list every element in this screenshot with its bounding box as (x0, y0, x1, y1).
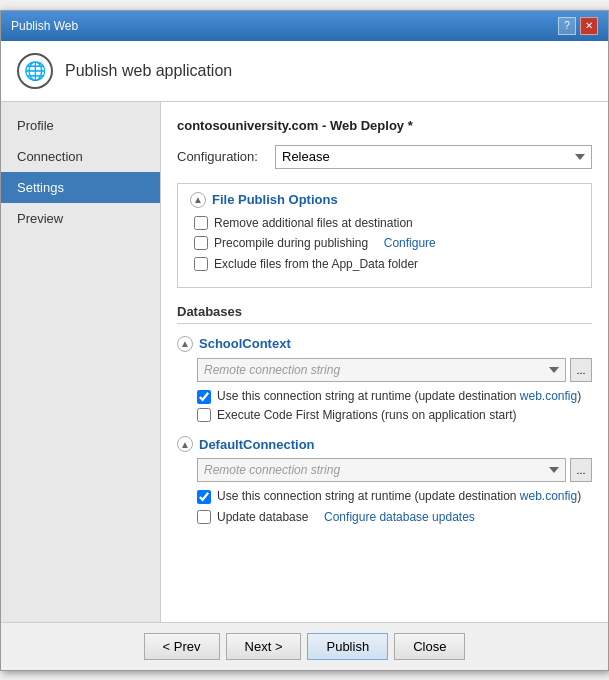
default-connection-name: DefaultConnection (199, 437, 315, 452)
school-context-header[interactable]: ▲ SchoolContext (177, 336, 592, 352)
header-title: Publish web application (65, 62, 232, 80)
title-bar: Publish Web ? ✕ (1, 11, 608, 41)
help-button[interactable]: ? (558, 17, 576, 35)
file-publish-title: File Publish Options (212, 192, 338, 207)
default-connection-ellipsis-button[interactable]: ... (570, 458, 592, 482)
next-button[interactable]: Next > (226, 633, 302, 660)
collapse-school-context-icon: ▲ (177, 336, 193, 352)
default-connection-header[interactable]: ▲ DefaultConnection (177, 436, 592, 452)
sidebar: Profile Connection Settings Preview (1, 102, 161, 622)
title-bar-controls: ? ✕ (558, 17, 598, 35)
header-area: 🌐 Publish web application (1, 41, 608, 102)
prev-button[interactable]: < Prev (144, 633, 220, 660)
default-connection-update-db-row: Update database Configure database updat… (177, 509, 592, 524)
exclude-app-data-label: Exclude files from the App_Data folder (214, 257, 418, 271)
school-context-migrations-label: Execute Code First Migrations (runs on a… (217, 408, 516, 422)
default-connection-use-connection-row: Use this connection string at runtime (u… (177, 488, 592, 505)
close-button[interactable]: Close (394, 633, 465, 660)
precompile-row: Precompile during publishing Configure (190, 236, 579, 251)
default-connection-select[interactable]: Remote connection string (197, 458, 566, 482)
configuration-select[interactable]: Release Debug (275, 145, 592, 169)
collapse-default-connection-icon: ▲ (177, 436, 193, 452)
close-window-button[interactable]: ✕ (580, 17, 598, 35)
remove-files-label: Remove additional files at destination (214, 216, 413, 230)
window-title: Publish Web (11, 19, 78, 33)
school-context-name: SchoolContext (199, 336, 291, 351)
collapse-file-publish-icon: ▲ (190, 192, 206, 208)
footer: < Prev Next > Publish Close (1, 622, 608, 670)
default-connection-group: ▲ DefaultConnection Remote connection st… (177, 436, 592, 524)
remove-files-checkbox[interactable] (194, 216, 208, 230)
precompile-label: Precompile during publishing (214, 236, 368, 250)
profile-label: contosouniversity.com - Web Deploy * (177, 118, 592, 133)
exclude-app-data-checkbox[interactable] (194, 257, 208, 271)
school-context-group: ▲ SchoolContext Remote connection string… (177, 336, 592, 423)
globe-icon: 🌐 (24, 60, 46, 82)
publish-web-window: Publish Web ? ✕ 🌐 Publish web applicatio… (0, 10, 609, 671)
title-bar-left: Publish Web (11, 19, 78, 33)
school-context-connection-select[interactable]: Remote connection string (197, 358, 566, 382)
school-context-ellipsis-button[interactable]: ... (570, 358, 592, 382)
default-connection-webconfig-link[interactable]: web.config (520, 489, 577, 503)
school-context-use-connection-checkbox[interactable] (197, 390, 211, 404)
main-content: contosouniversity.com - Web Deploy * Con… (161, 102, 608, 622)
exclude-app-data-row: Exclude files from the App_Data folder (190, 257, 579, 271)
sidebar-item-connection[interactable]: Connection (1, 141, 160, 172)
default-connection-use-connection-checkbox[interactable] (197, 490, 211, 504)
file-publish-header[interactable]: ▲ File Publish Options (190, 192, 579, 208)
config-row: Configuration: Release Debug (177, 145, 592, 169)
default-connection-update-db-label: Update database (217, 510, 308, 524)
config-label: Configuration: (177, 149, 267, 164)
content-area: Profile Connection Settings Preview cont… (1, 102, 608, 622)
header-icon: 🌐 (17, 53, 53, 89)
databases-section: Databases ▲ SchoolContext Remote connect… (177, 304, 592, 525)
school-context-connection-row: Remote connection string ... (177, 358, 592, 382)
school-context-use-connection-label: Use this connection string at runtime (u… (217, 388, 581, 405)
sidebar-item-preview[interactable]: Preview (1, 203, 160, 234)
precompile-checkbox[interactable] (194, 236, 208, 250)
school-context-migrations-checkbox[interactable] (197, 408, 211, 422)
default-connection-connection-row: Remote connection string ... (177, 458, 592, 482)
school-context-use-connection-row: Use this connection string at runtime (u… (177, 388, 592, 405)
sidebar-item-profile[interactable]: Profile (1, 110, 160, 141)
default-connection-update-db-checkbox[interactable] (197, 510, 211, 524)
remove-files-row: Remove additional files at destination (190, 216, 579, 230)
sidebar-item-settings[interactable]: Settings (1, 172, 160, 203)
school-context-webconfig-link[interactable]: web.config (520, 389, 577, 403)
configure-database-updates-link[interactable]: Configure database updates (324, 510, 475, 524)
school-context-migrations-row: Execute Code First Migrations (runs on a… (177, 408, 592, 422)
publish-button[interactable]: Publish (307, 633, 388, 660)
precompile-configure-link[interactable]: Configure (384, 236, 436, 250)
databases-title: Databases (177, 304, 592, 324)
file-publish-section: ▲ File Publish Options Remove additional… (177, 183, 592, 288)
default-connection-use-connection-label: Use this connection string at runtime (u… (217, 488, 581, 505)
